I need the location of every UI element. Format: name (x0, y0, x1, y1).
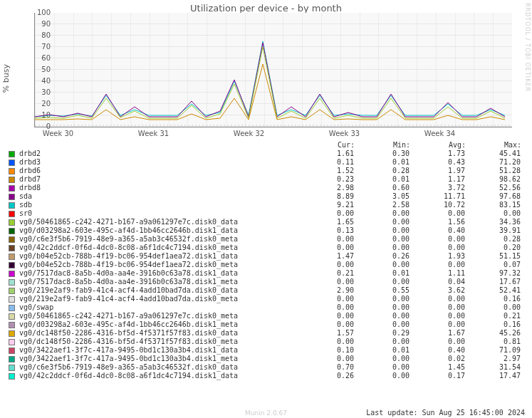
legend-cur: 8.89 (298, 192, 354, 201)
legend-cur: 9.21 (298, 201, 354, 209)
x-tick: Week 33 (320, 130, 370, 137)
y-tick: 50 (29, 66, 51, 73)
legend-row: vg0/dc148f50-2286-4316-bf5d-4f5371f57f83… (9, 329, 526, 338)
legend-row: vg0/50461865-c242-4271-b167-a9a061297e7c… (9, 312, 526, 320)
legend-max: 71.20 (465, 158, 521, 167)
legend-name: vg0/7517dac8-8a5b-4d0a-aa4e-3916b0c63a78… (19, 278, 298, 286)
legend-row: vg0/219e2af9-fab9-41c4-acf4-4add10bad7da… (9, 286, 526, 295)
legend-cur: 0.26 (298, 372, 354, 380)
legend-row: vg0/3422aef1-3f7c-417a-9495-0bd1c130a3b4… (9, 355, 526, 363)
legend-row: vg0/c6e3f5b6-7919-48e9-a365-a5ab3c46532f… (9, 235, 526, 244)
y-axis-label: % busy (1, 64, 11, 93)
legend-name: vg0/50461865-c242-4271-b167-a9a061297e7c… (19, 312, 298, 320)
col-min: Min: (355, 141, 410, 150)
legend-row: drbd21.610.301.7345.41 (9, 150, 526, 158)
legend-max: 83.15 (465, 201, 521, 209)
legend-table: Cur: Min: Avg: Max: drbd21.610.301.7345.… (9, 141, 526, 380)
legend-max: 0.00 (465, 209, 521, 218)
legend-max: 98.62 (465, 175, 521, 184)
legend-name: sda (19, 192, 298, 201)
col-max: Max: (466, 141, 521, 150)
legend-min: 0.00 (354, 338, 410, 346)
col-cur: Cur: (299, 141, 355, 150)
legend-swatch (9, 313, 15, 320)
legend-name: vg0/50461865-c242-4271-b167-a9a061297e7c… (19, 218, 298, 226)
legend-avg: 0.00 (410, 261, 465, 269)
legend-swatch (9, 348, 15, 354)
legend-swatch (9, 211, 15, 217)
legend-min: 0.00 (354, 218, 410, 226)
legend-min: 0.00 (354, 209, 410, 218)
legend-avg: 0.40 (410, 226, 465, 235)
legend-min: 0.55 (354, 286, 410, 295)
legend-min: 0.00 (354, 355, 410, 363)
legend-min: 0.00 (354, 244, 410, 252)
legend-max: 45.26 (465, 329, 521, 338)
y-tick: 100 (29, 9, 51, 16)
legend-avg: 3.72 (410, 184, 465, 192)
legend-avg: 0.40 (410, 346, 465, 355)
legend-row: drbd82.980.603.7252.56 (9, 184, 526, 192)
legend-swatch (9, 356, 15, 362)
legend-min: 0.29 (354, 329, 410, 338)
legend-cur: 0.00 (298, 278, 354, 286)
legend-avg: 0.04 (410, 278, 465, 286)
legend-cur: 0.00 (298, 261, 354, 269)
legend-avg: 0.00 (410, 209, 465, 218)
legend-max: 34.36 (465, 218, 521, 226)
legend-min: 2.58 (354, 201, 410, 209)
legend-max: 51.15 (465, 252, 521, 261)
legend-min: 0.00 (354, 278, 410, 286)
legend-swatch (9, 194, 15, 200)
legend-swatch (9, 228, 15, 234)
legend-avg: 0.00 (410, 312, 465, 320)
legend-name: vg0/42c2ddcf-0f6d-4dc0-8c08-a6f1dc4c7194… (19, 372, 298, 380)
legend-max: 0.28 (465, 235, 521, 244)
legend-row: sda8.893.0511.7197.68 (9, 192, 526, 201)
legend-cur: 0.00 (298, 320, 354, 329)
legend-name: drbd6 (19, 167, 298, 175)
legend-name: vg0/b04e52cb-788b-4f19-bc06-954def1aea72… (19, 252, 298, 261)
legend-name: vg0/219e2af9-fab9-41c4-acf4-4add10bad7da… (19, 286, 298, 295)
legend-min: 0.00 (354, 312, 410, 320)
legend-header: Cur: Min: Avg: Max: (9, 141, 526, 150)
legend-name: vg0/42c2ddcf-0f6d-4dc0-8c08-a6f1dc4c7194… (19, 244, 298, 252)
legend-row: vg0/42c2ddcf-0f6d-4dc0-8c08-a6f1dc4c7194… (9, 244, 526, 252)
legend-cur: 0.00 (298, 295, 354, 303)
legend-max: 0.21 (465, 312, 521, 320)
legend-max: 0.07 (465, 261, 521, 269)
legend-cur: 0.00 (298, 209, 354, 218)
legend-min: 0.28 (354, 167, 410, 175)
legend-row: vg0/c6e3f5b6-7919-48e9-a365-a5ab3c46532f… (9, 363, 526, 372)
legend-avg: 1.93 (410, 252, 465, 261)
legend-swatch (9, 322, 15, 328)
legend-swatch (9, 339, 15, 345)
legend-row: vg0/d03298a2-603e-495c-af4d-1bb46cc2646b… (9, 320, 526, 329)
legend-row: vg0/7517dac8-8a5b-4d0a-aa4e-3916b0c63a78… (9, 269, 526, 278)
legend-avg: 0.17 (410, 372, 465, 380)
legend-name: vg0/d03298a2-603e-495c-af4d-1bb46cc2646b… (19, 320, 298, 329)
legend-min: 0.00 (354, 235, 410, 244)
legend-max: 97.68 (465, 192, 521, 201)
legend-max: 17.47 (465, 372, 521, 380)
x-tick: Week 32 (224, 130, 274, 137)
legend-name: vg0/3422aef1-3f7c-417a-9495-0bd1c130a3b4… (19, 346, 298, 355)
legend-swatch (9, 177, 15, 183)
legend-name: vg0/7517dac8-8a5b-4d0a-aa4e-3916b0c63a78… (19, 269, 298, 278)
legend-max: 97.32 (465, 269, 521, 278)
y-tick: 20 (29, 100, 51, 108)
legend-min: 0.00 (354, 363, 410, 372)
y-tick: 90 (29, 20, 51, 28)
y-tick: 80 (29, 31, 51, 39)
legend-name: drbd2 (19, 150, 298, 158)
legend-min: 0.00 (354, 372, 410, 380)
legend-cur: 1.61 (298, 150, 354, 158)
legend-swatch (9, 202, 15, 209)
legend-avg: 0.02 (410, 355, 465, 363)
legend-cur: 2.90 (298, 286, 354, 295)
watermark: RRDTOOL / TOBI OETIKER (524, 3, 531, 92)
tool-version: Munin 2.0.67 (0, 409, 532, 417)
chart-container: Utilization per device - by month RRDTOO… (0, 0, 532, 418)
legend-row: vg0/b04e52cb-788b-4f19-bc06-954def1aea72… (9, 261, 526, 269)
legend-min: 0.00 (354, 303, 410, 312)
